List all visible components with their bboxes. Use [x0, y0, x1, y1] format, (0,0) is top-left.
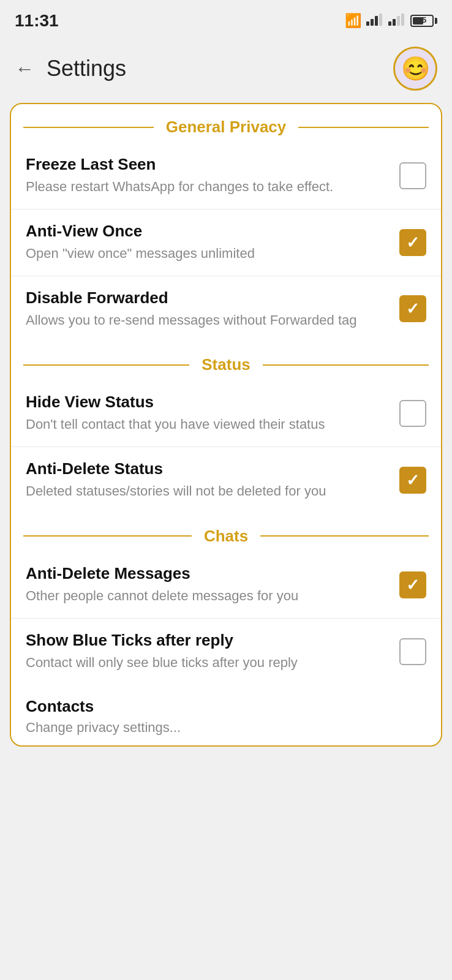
setting-desc-anti-delete-status: Deleted statuses/stories will not be del… — [26, 482, 390, 501]
svg-rect-0 — [366, 21, 369, 26]
checkbox-anti-delete-messages[interactable] — [399, 571, 426, 598]
setting-desc-freeze-last-seen: Please restart WhatsApp for changes to t… — [26, 178, 390, 197]
setting-content-disable-forwarded: Disable Forwarded Allows you to re-send … — [26, 288, 390, 330]
checkbox-hide-view-status[interactable] — [399, 400, 426, 427]
setting-anti-delete-messages[interactable]: Anti-Delete Messages Other people cannot… — [11, 552, 441, 619]
section-title-chats: Chats — [199, 527, 253, 546]
svg-rect-6 — [397, 16, 400, 26]
setting-anti-view-once[interactable]: Anti-View Once Open "view once" messages… — [11, 209, 441, 276]
svg-rect-2 — [375, 16, 378, 26]
setting-title-show-blue-ticks: Show Blue Ticks after reply — [26, 631, 390, 650]
section-header-status: Status — [11, 342, 441, 380]
status-icons: 📶 55 — [345, 13, 437, 29]
section-line-chats-left — [23, 535, 192, 537]
svg-rect-4 — [388, 21, 391, 26]
status-bar: 11:31 📶 55 — [0, 0, 452, 37]
section-general-privacy: General Privacy Freeze Last Seen Please … — [11, 104, 441, 342]
section-line-status-left — [23, 364, 189, 366]
avatar[interactable]: 😊 — [393, 47, 437, 91]
page-title: Settings — [47, 56, 126, 81]
setting-desc-hide-view-status: Don't tell contact that you have viewed … — [26, 415, 390, 434]
contacts-desc: Change privacy settings... — [26, 720, 426, 736]
main-card: General Privacy Freeze Last Seen Please … — [10, 103, 442, 747]
section-line-left — [23, 127, 154, 128]
contacts-title: Contacts — [26, 697, 426, 716]
setting-freeze-last-seen[interactable]: Freeze Last Seen Please restart WhatsApp… — [11, 143, 441, 209]
setting-title-freeze-last-seen: Freeze Last Seen — [26, 155, 390, 174]
section-title-status: Status — [197, 355, 255, 374]
setting-anti-delete-status[interactable]: Anti-Delete Status Deleted statuses/stor… — [11, 447, 441, 513]
setting-content-freeze-last-seen: Freeze Last Seen Please restart WhatsApp… — [26, 155, 390, 197]
section-title-general-privacy: General Privacy — [161, 118, 292, 137]
setting-title-hide-view-status: Hide View Status — [26, 393, 390, 412]
svg-rect-7 — [401, 13, 404, 26]
signal2-icon — [388, 13, 405, 28]
setting-desc-disable-forwarded: Allows you to re-send messages without F… — [26, 311, 390, 330]
setting-title-anti-view-once: Anti-View Once — [26, 222, 390, 241]
section-line-right — [298, 127, 429, 128]
setting-content-show-blue-ticks: Show Blue Ticks after reply Contact will… — [26, 631, 390, 673]
battery-icon: 55 — [410, 15, 437, 27]
signal-icon — [366, 13, 383, 29]
setting-desc-anti-delete-messages: Other people cannot delete messages for … — [26, 587, 390, 606]
setting-disable-forwarded[interactable]: Disable Forwarded Allows you to re-send … — [11, 276, 441, 342]
status-time: 11:31 — [15, 11, 59, 31]
setting-content-anti-view-once: Anti-View Once Open "view once" messages… — [26, 222, 390, 263]
setting-show-blue-ticks[interactable]: Show Blue Ticks after reply Contact will… — [11, 619, 441, 685]
checkbox-anti-delete-status[interactable] — [399, 467, 426, 494]
section-line-chats-right — [260, 535, 429, 537]
header-left: ← Settings — [15, 56, 126, 81]
section-header-chats: Chats — [11, 513, 441, 552]
setting-content-hide-view-status: Hide View Status Don't tell contact that… — [26, 393, 390, 434]
avatar-emoji: 😊 — [401, 55, 430, 82]
setting-desc-anti-view-once: Open "view once" messages unlimited — [26, 244, 390, 263]
section-chats: Chats Anti-Delete Messages Other people … — [11, 513, 441, 685]
section-header-general-privacy: General Privacy — [11, 104, 441, 143]
back-button[interactable]: ← — [15, 58, 34, 80]
setting-title-disable-forwarded: Disable Forwarded — [26, 288, 390, 307]
header: ← Settings 😊 — [0, 37, 452, 103]
setting-content-anti-delete-messages: Anti-Delete Messages Other people cannot… — [26, 564, 390, 606]
checkbox-freeze-last-seen[interactable] — [399, 162, 426, 189]
setting-title-anti-delete-messages: Anti-Delete Messages — [26, 564, 390, 583]
checkbox-disable-forwarded[interactable] — [399, 295, 426, 322]
setting-content-anti-delete-status: Anti-Delete Status Deleted statuses/stor… — [26, 459, 390, 501]
setting-desc-show-blue-ticks: Contact will only see blue ticks after y… — [26, 654, 390, 673]
section-contacts: Contacts Change privacy settings... — [11, 685, 441, 745]
section-status: Status Hide View Status Don't tell conta… — [11, 342, 441, 513]
svg-rect-5 — [393, 19, 396, 26]
checkbox-show-blue-ticks[interactable] — [399, 638, 426, 665]
section-line-status-right — [263, 364, 429, 366]
setting-hide-view-status[interactable]: Hide View Status Don't tell contact that… — [11, 380, 441, 447]
svg-rect-3 — [379, 13, 382, 26]
svg-rect-1 — [371, 19, 374, 26]
wifi-icon: 📶 — [345, 13, 361, 29]
setting-title-anti-delete-status: Anti-Delete Status — [26, 459, 390, 478]
checkbox-anti-view-once[interactable] — [399, 229, 426, 256]
